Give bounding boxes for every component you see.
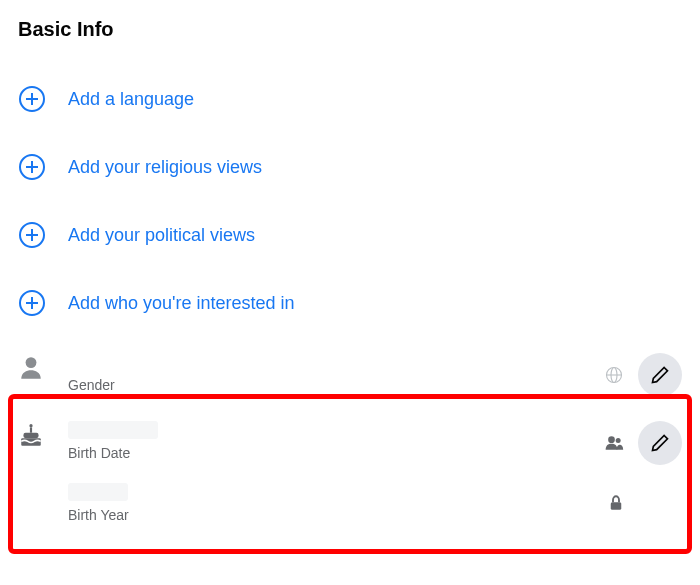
- add-political-views-row[interactable]: Add your political views: [18, 201, 682, 269]
- svg-rect-22: [611, 502, 622, 510]
- friends-icon[interactable]: [604, 433, 624, 453]
- birth-year-value: [68, 483, 128, 501]
- gender-label: Gender: [68, 377, 582, 393]
- gender-row: Gender: [18, 337, 682, 405]
- person-icon: [18, 355, 46, 383]
- birth-date-label: Birth Date: [68, 445, 582, 461]
- birth-date-row: Birth Date: [18, 405, 682, 473]
- add-religious-views-row[interactable]: Add your religious views: [18, 133, 682, 201]
- edit-gender-button[interactable]: [638, 353, 682, 397]
- plus-circle-icon: [18, 221, 46, 249]
- edit-birth-date-button[interactable]: [638, 421, 682, 465]
- globe-icon[interactable]: [604, 365, 624, 385]
- birth-year-row: Birth Year: [18, 473, 682, 531]
- add-language-row[interactable]: Add a language: [18, 65, 682, 133]
- svg-point-12: [26, 357, 37, 368]
- svg-point-20: [608, 436, 615, 443]
- add-interested-in-label: Add who you're interested in: [68, 293, 295, 314]
- svg-rect-17: [23, 433, 38, 438]
- birthday-cake-icon: [18, 423, 46, 451]
- add-language-label: Add a language: [68, 89, 194, 110]
- plus-circle-icon: [18, 289, 46, 317]
- plus-circle-icon: [18, 153, 46, 181]
- svg-rect-18: [30, 427, 32, 432]
- add-political-views-label: Add your political views: [68, 225, 255, 246]
- lock-icon[interactable]: [606, 493, 626, 513]
- birth-year-label: Birth Year: [68, 507, 606, 523]
- plus-circle-icon: [18, 85, 46, 113]
- add-religious-views-label: Add your religious views: [68, 157, 262, 178]
- add-interested-in-row[interactable]: Add who you're interested in: [18, 269, 682, 337]
- svg-point-21: [616, 438, 621, 443]
- birth-date-value: [68, 421, 158, 439]
- gender-value: [68, 353, 582, 371]
- svg-point-19: [29, 424, 32, 427]
- section-title: Basic Info: [18, 18, 682, 41]
